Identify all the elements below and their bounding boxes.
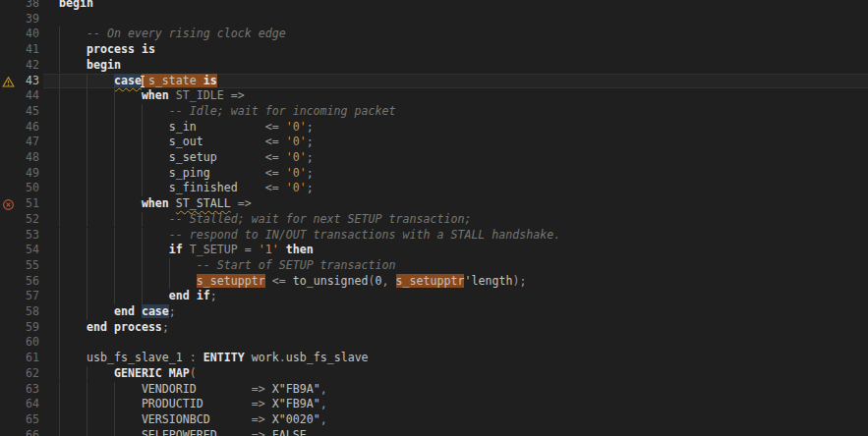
code-text: when ST_STALL => bbox=[59, 196, 252, 212]
line-number[interactable]: 41 bbox=[0, 42, 39, 58]
code-line[interactable]: 41 process is bbox=[0, 42, 868, 58]
line-number[interactable]: 39 bbox=[0, 12, 39, 27]
line-number[interactable]: 51 bbox=[0, 196, 39, 212]
code-line[interactable]: 56 s_setupptr <= to_unsigned(0, s_setupp… bbox=[0, 274, 868, 290]
token: -- Start of SETUP transaction bbox=[197, 258, 396, 272]
code-line[interactable]: 55 -- Start of SETUP transaction bbox=[0, 258, 868, 274]
token: 'length bbox=[464, 274, 512, 288]
code-line[interactable]: 54 if T_SETUP = '1' then bbox=[0, 243, 868, 258]
token: s_state bbox=[148, 74, 197, 87]
token: <= bbox=[265, 120, 279, 134]
token: => bbox=[238, 196, 252, 210]
token bbox=[169, 88, 176, 102]
code-line[interactable]: 40 -- On every rising clock edge bbox=[0, 27, 868, 42]
line-number[interactable]: 43 bbox=[0, 74, 39, 89]
line-number[interactable]: 65 bbox=[0, 412, 39, 428]
line-number[interactable]: 61 bbox=[0, 351, 39, 366]
token: usb_fs_slave bbox=[286, 351, 369, 364]
line-number[interactable]: 55 bbox=[0, 258, 39, 274]
code-line[interactable]: 48 s_setup <= '0'; bbox=[0, 150, 868, 166]
token: s_setup bbox=[169, 150, 217, 164]
token: '1' bbox=[259, 243, 279, 256]
token: => bbox=[252, 428, 265, 436]
line-number[interactable]: 48 bbox=[0, 150, 39, 166]
token: <= bbox=[265, 181, 279, 194]
line-number[interactable]: 60 bbox=[0, 335, 39, 351]
line-number[interactable]: 62 bbox=[0, 366, 39, 382]
line-number[interactable]: 53 bbox=[0, 228, 39, 244]
code-text: s_finished <= '0'; bbox=[59, 181, 314, 196]
line-number[interactable]: 49 bbox=[0, 166, 39, 182]
line-number[interactable]: 52 bbox=[0, 212, 39, 228]
token: case bbox=[142, 304, 169, 318]
code-text: VERSIONBCD => X"0020", bbox=[59, 412, 327, 428]
token bbox=[217, 150, 265, 164]
code-line[interactable]: 45 -- Idle; wait for incoming packet bbox=[0, 104, 868, 120]
code-line[interactable]: 50 s_finished <= '0'; bbox=[0, 181, 868, 196]
line-number[interactable]: 59 bbox=[0, 320, 39, 336]
code-line[interactable]: 44 when ST_IDLE => bbox=[0, 88, 868, 104]
token: , bbox=[382, 274, 389, 288]
code-line[interactable]: 49 s_ping <= '0'; bbox=[0, 166, 868, 182]
token: VENDORID bbox=[142, 382, 197, 396]
line-number[interactable]: 45 bbox=[0, 104, 39, 120]
code-text: -- On every rising clock edge bbox=[59, 27, 286, 42]
code-line[interactable]: 57 end if; bbox=[0, 289, 868, 304]
token bbox=[210, 412, 252, 426]
token: T_SETUP bbox=[190, 243, 238, 256]
code-line[interactable]: 66 SELFPOWERED => FALSE bbox=[0, 428, 868, 436]
line-number[interactable]: 44 bbox=[0, 88, 39, 104]
token bbox=[183, 351, 190, 364]
token bbox=[231, 196, 238, 210]
token: '0' bbox=[286, 166, 307, 180]
code-line[interactable]: 60 bbox=[0, 335, 868, 351]
code-line[interactable]: 61 usb_fs_slave_1 : ENTITY work.usb_fs_s… bbox=[0, 351, 868, 366]
code-text: usb_fs_slave_1 : ENTITY work.usb_fs_slav… bbox=[59, 351, 369, 366]
token: ; bbox=[519, 274, 526, 288]
code-line[interactable]: 38begin bbox=[0, 0, 868, 12]
code-line[interactable]: 52 -- Stalled; wait for next SETUP trans… bbox=[0, 212, 868, 228]
code-line[interactable]: 65 VERSIONBCD => X"0020", bbox=[0, 412, 868, 428]
line-number[interactable]: 64 bbox=[0, 397, 39, 412]
line-number[interactable]: 57 bbox=[0, 289, 39, 304]
line-number[interactable]: 38 bbox=[0, 0, 39, 12]
token bbox=[190, 289, 197, 302]
code-line[interactable]: 46 s_in <= '0'; bbox=[0, 120, 868, 136]
code-line[interactable]: 59 end process; bbox=[0, 320, 868, 336]
code-text: begin bbox=[59, 58, 121, 74]
line-number[interactable]: 63 bbox=[0, 382, 39, 398]
token: , bbox=[320, 412, 327, 426]
token bbox=[135, 42, 142, 56]
code-line[interactable]: 39 bbox=[0, 12, 868, 27]
line-number[interactable]: 46 bbox=[0, 120, 39, 136]
token bbox=[203, 135, 265, 148]
code-line[interactable]: 43 case s_state is bbox=[0, 74, 868, 89]
line-number[interactable]: 56 bbox=[0, 274, 39, 290]
line-number[interactable]: 66 bbox=[0, 428, 39, 436]
token: GENERIC bbox=[114, 366, 162, 380]
line-number[interactable]: 58 bbox=[0, 304, 39, 320]
token: 0 bbox=[376, 274, 382, 288]
line-number[interactable]: 42 bbox=[0, 58, 39, 74]
code-line[interactable]: 51 when ST_STALL => bbox=[0, 196, 868, 212]
code-line[interactable]: 58 end case; bbox=[0, 304, 868, 320]
code-text: end case; bbox=[59, 304, 176, 320]
code-line[interactable]: 42 begin bbox=[0, 58, 868, 74]
token bbox=[279, 150, 286, 164]
token bbox=[389, 274, 396, 288]
code-line[interactable]: 62 GENERIC MAP( bbox=[0, 366, 868, 382]
line-number[interactable]: 40 bbox=[0, 27, 39, 42]
line-number[interactable]: 50 bbox=[0, 181, 39, 196]
token: : bbox=[190, 351, 197, 364]
code-line[interactable]: 47 s_out <= '0'; bbox=[0, 135, 868, 150]
token: ; bbox=[307, 150, 314, 164]
line-number[interactable]: 47 bbox=[0, 135, 39, 150]
code-line[interactable]: 53 -- respond to IN/OUT transactions wit… bbox=[0, 228, 868, 244]
code-line[interactable]: 64 PRODUCTID => X"FB9A", bbox=[0, 397, 868, 412]
token bbox=[279, 243, 286, 256]
token: FALSE bbox=[272, 428, 307, 436]
code-editor[interactable]: 38begin3940 -- On every rising clock edg… bbox=[0, 0, 868, 436]
code-line[interactable]: 63 VENDORID => X"FB9A", bbox=[0, 382, 868, 398]
line-number[interactable]: 54 bbox=[0, 243, 39, 258]
code-text: case s_state is bbox=[59, 74, 217, 89]
